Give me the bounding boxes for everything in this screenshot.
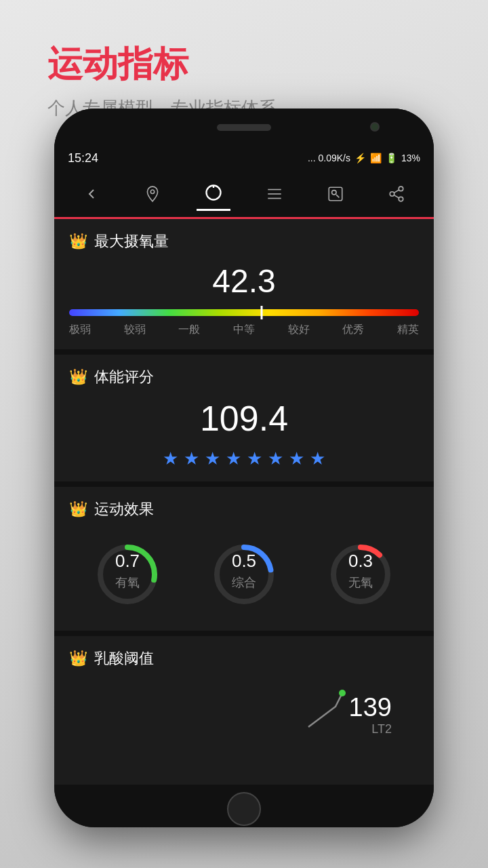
svg-point-7: [332, 190, 337, 195]
label-weak: 较弱: [124, 323, 146, 337]
vo2max-header: 👑 最大摄氧量: [69, 231, 419, 252]
aerobic-label: 有氧: [115, 574, 140, 591]
exercise-header: 👑 运动效果: [69, 499, 419, 519]
comprehensive-center-text: 0.5 综合: [232, 551, 256, 591]
vo2max-value: 42.3: [69, 262, 419, 300]
label-very-weak: 极弱: [69, 323, 91, 337]
svg-point-20: [339, 690, 346, 696]
star-2: ★: [184, 448, 199, 469]
star-7: ★: [289, 448, 304, 469]
star-1: ★: [163, 448, 178, 469]
network-indicator: ... 0.09K/s: [308, 153, 350, 163]
lactate-section: 👑 乳酸阈值 139 LT2: [54, 636, 434, 785]
svg-line-8: [336, 195, 339, 197]
status-bar: 15:24 ... 0.09K/s ⚡ 📶 🔋 13%: [54, 146, 434, 170]
phone-speaker: [217, 124, 271, 131]
vo2max-section: 👑 最大摄氧量 42.3 极弱 较弱 一般 中等 较好 优秀 精英: [54, 219, 434, 349]
page-title: 运动指标: [47, 41, 188, 88]
bluetooth-icon: ⚡: [354, 153, 366, 163]
nav-map-icon[interactable]: [136, 177, 169, 211]
phone-frame: 15:24 ... 0.09K/s ⚡ 📶 🔋 13%: [54, 108, 434, 827]
battery-level: 13%: [401, 153, 420, 163]
phone-bottom-bezel: [54, 790, 434, 827]
nav-back-icon[interactable]: [75, 177, 108, 211]
star-3: ★: [205, 448, 220, 469]
anaerobic-gauge: 0.3 无氧: [323, 537, 398, 612]
anaerobic-value: 0.3: [348, 551, 373, 572]
svg-point-9: [399, 186, 403, 191]
label-elite: 精英: [397, 323, 419, 337]
spectrum-labels: 极弱 较弱 一般 中等 较好 优秀 精英: [69, 323, 419, 337]
comprehensive-gauge: 0.5 综合: [207, 537, 281, 612]
phone-content: 👑 最大摄氧量 42.3 极弱 较弱 一般 中等 较好 优秀 精英 👑 体能评分: [54, 219, 434, 790]
fitness-section: 👑 体能评分 109.4 ★ ★ ★ ★ ★ ★ ★ ★: [54, 355, 434, 481]
home-button[interactable]: [227, 792, 261, 826]
lactate-line-chart: [302, 686, 356, 734]
battery-icon: 🔋: [386, 153, 397, 163]
svg-line-13: [394, 190, 399, 193]
label-excellent: 优秀: [342, 323, 364, 337]
anaerobic-circle-item: 0.3 无氧: [323, 537, 398, 612]
crown-icon-exercise: 👑: [69, 500, 87, 518]
fitness-score: 109.4: [69, 398, 419, 439]
anaerobic-label: 无氧: [348, 574, 373, 591]
nav-share-icon[interactable]: [380, 177, 413, 211]
fitness-title: 体能评分: [94, 367, 154, 387]
label-normal: 一般: [178, 323, 200, 337]
fitness-header: 👑 体能评分: [69, 367, 419, 387]
phone-camera: [370, 122, 380, 132]
star-5: ★: [247, 448, 262, 469]
svg-point-11: [399, 197, 403, 201]
crown-icon-fitness: 👑: [69, 368, 87, 386]
star-8: ★: [310, 448, 325, 469]
stars-row: ★ ★ ★ ★ ★ ★ ★ ★: [69, 448, 419, 469]
status-time: 15:24: [68, 151, 98, 165]
lactate-title: 乳酸阈值: [94, 648, 154, 669]
comprehensive-circle-item: 0.5 综合: [207, 537, 281, 612]
nav-bar: [54, 170, 434, 219]
exercise-title: 运动效果: [94, 499, 154, 519]
phone-top-bezel: [54, 108, 434, 146]
star-4: ★: [226, 448, 241, 469]
spectrum-bar: [69, 309, 419, 316]
vo2max-title: 最大摄氧量: [94, 231, 169, 252]
aerobic-value: 0.7: [115, 551, 140, 572]
star-6: ★: [268, 448, 283, 469]
nav-search-icon[interactable]: [319, 177, 352, 211]
label-medium: 中等: [233, 323, 255, 337]
nav-circle-icon[interactable]: [197, 177, 230, 211]
exercise-section: 👑 运动效果 0.7 有氧: [54, 487, 434, 631]
aerobic-circle-item: 0.7 有氧: [90, 537, 165, 612]
svg-point-0: [150, 190, 154, 193]
crown-icon-lactate: 👑: [69, 650, 87, 667]
comprehensive-label: 综合: [232, 574, 256, 591]
circles-row: 0.7 有氧 0.5 综合: [69, 530, 419, 618]
svg-point-10: [390, 191, 394, 196]
spectrum-indicator: [260, 306, 262, 319]
aerobic-center-text: 0.7 有氧: [115, 551, 140, 591]
svg-line-12: [394, 195, 399, 197]
crown-icon-vo2max: 👑: [69, 233, 87, 250]
nav-list-icon[interactable]: [258, 177, 291, 211]
status-right: ... 0.09K/s ⚡ 📶 🔋 13%: [308, 153, 420, 163]
label-good: 较好: [288, 323, 310, 337]
anaerobic-center-text: 0.3 无氧: [348, 551, 373, 591]
aerobic-gauge: 0.7 有氧: [90, 537, 165, 612]
lactate-header: 👑 乳酸阈值: [69, 648, 419, 669]
wifi-icon: 📶: [370, 153, 382, 163]
comprehensive-value: 0.5: [232, 551, 256, 572]
